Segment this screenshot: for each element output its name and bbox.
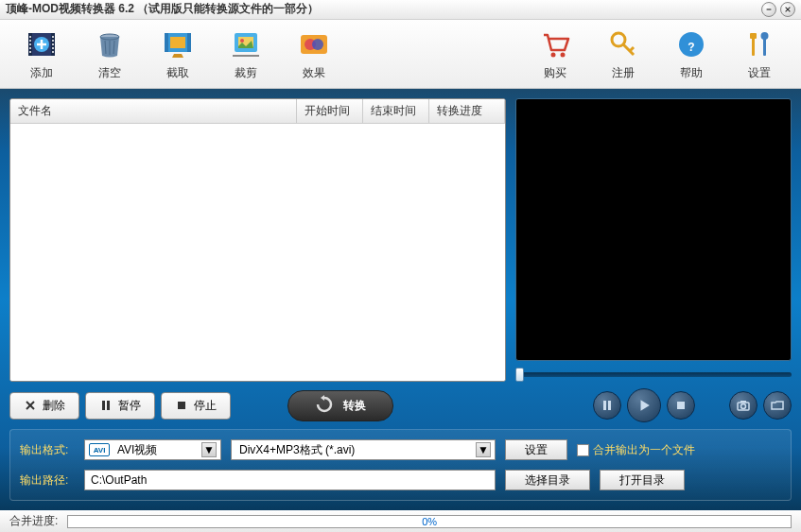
- titlebar: 顶峰-MOD视频转换器 6.2 （试用版只能转换源文件的一部分）: [0, 0, 801, 20]
- trash-icon: [93, 27, 127, 61]
- help-button[interactable]: ? 帮助: [667, 24, 716, 85]
- svg-rect-50: [178, 402, 185, 409]
- help-icon: ?: [674, 27, 708, 61]
- format-dropdown[interactable]: AVI AVI视频 ▼: [84, 439, 221, 460]
- svg-rect-53: [677, 402, 685, 409]
- column-progress[interactable]: 转换进度: [429, 99, 505, 123]
- column-end-time[interactable]: 结束时间: [363, 99, 429, 123]
- stop-icon: [175, 399, 188, 412]
- svg-rect-56: [740, 401, 746, 403]
- output-format-label: 输出格式:: [20, 442, 75, 458]
- pause-button[interactable]: 暂停: [85, 392, 155, 420]
- refresh-icon: [315, 395, 334, 417]
- column-filename[interactable]: 文件名: [10, 99, 297, 123]
- svg-text:?: ?: [688, 41, 694, 54]
- svg-rect-43: [750, 33, 757, 39]
- seek-thumb[interactable]: [515, 368, 524, 382]
- svg-point-8: [29, 43, 31, 45]
- effect-button[interactable]: 效果: [289, 24, 339, 85]
- output-path-input[interactable]: C:\OutPath: [84, 470, 496, 490]
- svg-point-9: [29, 47, 31, 49]
- checkbox-icon: [577, 444, 589, 456]
- svg-point-55: [741, 404, 746, 409]
- open-folder-button[interactable]: [763, 391, 792, 420]
- add-film-icon: [25, 27, 59, 61]
- svg-rect-48: [102, 401, 105, 410]
- cart-icon: [538, 27, 572, 61]
- merge-progress-text: 0%: [422, 516, 437, 527]
- settings-button[interactable]: 设置: [735, 24, 784, 85]
- output-settings-panel: 输出格式: AVI AVI视频 ▼ DivX4+MP3格式 (*.avi) ▼ …: [9, 429, 792, 501]
- effect-icon: [297, 27, 331, 61]
- svg-rect-27: [170, 37, 185, 48]
- svg-point-35: [551, 52, 556, 57]
- svg-point-34: [312, 39, 323, 50]
- seek-slider[interactable]: [515, 367, 792, 382]
- media-pause-button[interactable]: [593, 391, 621, 420]
- tools-icon: [742, 27, 776, 61]
- x-icon: [24, 399, 37, 412]
- output-path-label: 输出路径:: [20, 472, 75, 489]
- crop-button[interactable]: 裁剪: [221, 24, 270, 85]
- svg-point-11: [52, 36, 54, 38]
- svg-rect-26: [187, 33, 191, 52]
- svg-rect-51: [603, 401, 606, 410]
- avi-chip-icon: AVI: [89, 443, 110, 456]
- status-bar: 合并进度: 0%: [0, 510, 801, 532]
- chevron-down-icon: ▼: [476, 442, 491, 457]
- open-directory-button[interactable]: 打开目录: [600, 470, 685, 490]
- svg-point-14: [52, 47, 54, 49]
- svg-point-13: [52, 43, 54, 45]
- column-start-time[interactable]: 开始时间: [297, 99, 363, 123]
- file-list-header: 文件名 开始时间 结束时间 转换进度: [10, 99, 505, 124]
- svg-point-45: [761, 32, 769, 40]
- svg-point-7: [29, 40, 31, 42]
- svg-rect-25: [165, 33, 168, 52]
- svg-point-10: [29, 51, 31, 53]
- svg-point-30: [240, 39, 244, 43]
- key-icon: [606, 27, 640, 61]
- svg-rect-52: [608, 401, 611, 410]
- svg-point-6: [29, 36, 31, 38]
- pause-icon: [99, 399, 113, 412]
- capture-button[interactable]: 截取: [153, 24, 202, 85]
- svg-point-37: [612, 33, 625, 46]
- close-button[interactable]: [780, 2, 795, 17]
- add-button[interactable]: 添加: [17, 24, 66, 85]
- merge-progress-label: 合并进度:: [9, 513, 58, 529]
- svg-rect-49: [107, 401, 110, 410]
- svg-point-15: [52, 51, 54, 53]
- merge-output-checkbox[interactable]: 合并输出为一个文件: [577, 442, 695, 458]
- file-list-body[interactable]: [10, 124, 505, 381]
- select-directory-button[interactable]: 选择目录: [505, 470, 590, 490]
- clear-button[interactable]: 清空: [85, 24, 134, 85]
- buy-button[interactable]: 购买: [531, 24, 580, 85]
- window-title: 顶峰-MOD视频转换器 6.2 （试用版只能转换源文件的一部分）: [6, 1, 761, 17]
- snapshot-button[interactable]: [729, 391, 757, 420]
- main-area: 文件名 开始时间 结束时间 转换进度 删除: [0, 89, 801, 510]
- delete-button[interactable]: 删除: [9, 392, 79, 420]
- media-stop-button[interactable]: [667, 391, 695, 420]
- svg-line-39: [630, 47, 634, 51]
- file-list-panel: 文件名 开始时间 结束时间 转换进度: [9, 98, 506, 382]
- stop-button[interactable]: 停止: [161, 392, 231, 420]
- minimize-button[interactable]: [761, 2, 776, 17]
- preview-panel: [515, 98, 792, 382]
- convert-button[interactable]: 转换: [287, 390, 393, 421]
- format-settings-button[interactable]: 设置: [505, 439, 567, 460]
- crop-icon: [229, 27, 263, 61]
- svg-point-36: [561, 52, 566, 57]
- media-play-button[interactable]: [627, 388, 661, 422]
- video-preview[interactable]: [515, 98, 792, 361]
- capture-icon: [161, 27, 195, 61]
- main-toolbar: 添加 清空 截取 裁剪 效果: [0, 20, 801, 90]
- codec-dropdown[interactable]: DivX4+MP3格式 (*.avi) ▼: [231, 439, 496, 460]
- merge-progress-bar: 0%: [67, 515, 792, 528]
- chevron-down-icon: ▼: [201, 442, 217, 457]
- register-button[interactable]: 注册: [599, 24, 648, 85]
- svg-point-12: [52, 40, 54, 42]
